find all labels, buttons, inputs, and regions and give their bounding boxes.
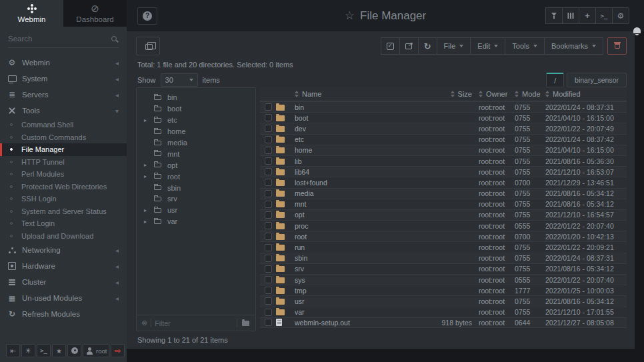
row-checkbox[interactable]	[265, 157, 272, 165]
sidebar-footer-button[interactable]	[37, 344, 51, 357]
row-checkbox[interactable]	[265, 255, 272, 262]
toolbar-menu-button[interactable]: Bookmarks	[544, 37, 603, 55]
sidebar-item[interactable]: Custom Commands	[0, 131, 127, 144]
tree-item[interactable]: sbin	[137, 182, 255, 193]
table-row[interactable]: dev root:root 0755 2022/01/22 - 20:07:49	[260, 123, 627, 133]
sidebar-footer-button[interactable]	[52, 344, 66, 357]
expander-icon[interactable]	[144, 117, 151, 123]
toolbar-menu-button[interactable]: Edit	[470, 37, 505, 55]
tree-item[interactable]: boot	[137, 103, 255, 115]
column-header[interactable]: Mode	[515, 90, 545, 98]
sidebar-item[interactable]: Cluster	[0, 274, 127, 290]
sidebar-item[interactable]: Refresh Modules	[0, 306, 127, 322]
sidebar-footer-button[interactable]: root	[83, 344, 109, 357]
row-checkbox[interactable]	[265, 222, 272, 229]
tree-item[interactable]: bin	[137, 92, 255, 103]
search-input[interactable]	[8, 35, 111, 43]
tree-item[interactable]: media	[137, 137, 255, 149]
sidebar-item[interactable]: Upload and Download	[0, 230, 127, 243]
header-action-button[interactable]	[579, 7, 596, 24]
expander-icon[interactable]	[144, 219, 151, 225]
row-checkbox[interactable]	[265, 114, 272, 121]
sidebar-tab[interactable]: Dashboard	[63, 0, 127, 27]
header-action-button[interactable]	[545, 7, 563, 24]
tree-item[interactable]: srv	[137, 193, 255, 205]
table-row[interactable]: bin root:root 0755 2022/01/24 - 08:37:31	[260, 101, 627, 112]
sidebar-item[interactable]: Un-used Modules	[0, 290, 127, 306]
table-row[interactable]: root root:root 0700 2022/01/20 - 10:42:1…	[260, 231, 627, 241]
sidebar-item[interactable]: File Manager	[0, 143, 127, 156]
sidebar-item[interactable]: Networking	[0, 242, 127, 258]
header-action-button[interactable]	[612, 7, 629, 24]
sidebar-item[interactable]: Servers	[0, 87, 127, 103]
table-row[interactable]: home root:root 0755 2021/04/10 - 16:15:0…	[260, 145, 627, 155]
row-checkbox[interactable]	[265, 233, 272, 240]
expander-icon[interactable]	[144, 207, 151, 213]
column-header[interactable]: Size	[413, 90, 472, 98]
column-header[interactable]: Owner	[472, 90, 515, 98]
table-row[interactable]: opt root:root 0755 2021/12/10 - 16:54:57	[260, 209, 627, 220]
tree-item[interactable]: etc	[137, 115, 255, 126]
row-checkbox[interactable]	[265, 103, 272, 111]
row-checkbox[interactable]	[265, 211, 272, 219]
header-action-button[interactable]	[562, 7, 579, 24]
table-row[interactable]: etc root:root 0755 2022/01/24 - 08:37:42	[260, 134, 627, 145]
row-checkbox[interactable]	[265, 297, 272, 305]
table-row[interactable]: srv root:root 0755 2021/08/16 - 05:34:12	[260, 263, 627, 274]
toolbar-menu-button[interactable]: Tools	[505, 37, 545, 55]
row-checkbox[interactable]	[265, 287, 272, 294]
row-checkbox[interactable]	[265, 136, 272, 143]
sidebar-tab[interactable]: Webmin	[0, 0, 63, 27]
tree-item[interactable]: usr	[137, 205, 255, 216]
help-button[interactable]	[137, 7, 157, 25]
row-checkbox[interactable]	[265, 276, 272, 283]
tree-item[interactable]: home	[137, 126, 255, 137]
sidebar-item[interactable]: Text Login	[0, 217, 127, 230]
expander-icon[interactable]	[144, 162, 151, 168]
expander-icon[interactable]	[144, 173, 151, 179]
tree-item[interactable]: root	[137, 171, 255, 182]
sidebar-footer-button[interactable]	[21, 344, 35, 357]
sidebar-item[interactable]: System	[0, 71, 127, 87]
show-items-select[interactable]: 30	[161, 73, 198, 87]
tree-item[interactable]: mnt	[137, 148, 255, 159]
table-row[interactable]: boot root:root 0755 2021/04/10 - 16:15:0…	[260, 112, 627, 123]
toolbar-icon-button[interactable]	[399, 37, 419, 55]
table-row[interactable]: lost+found root:root 0700 2021/12/29 - 1…	[260, 177, 627, 187]
toolbar-icon-button[interactable]	[418, 37, 437, 55]
sidebar-item[interactable]: Perl Modules	[0, 168, 127, 181]
path-tab[interactable]: binary_sensor	[567, 73, 627, 87]
sidebar-item[interactable]: Hardware	[0, 258, 127, 274]
delete-button[interactable]	[607, 37, 627, 55]
row-checkbox[interactable]	[265, 265, 272, 273]
sidebar-item[interactable]: Protected Web Directories	[0, 181, 127, 193]
table-row[interactable]: sys root:root 0555 2022/01/22 - 20:07:40	[260, 274, 627, 285]
table-row[interactable]: usr root:root 0755 2021/08/16 - 05:34:12	[260, 295, 627, 306]
column-header[interactable]: Name	[295, 90, 413, 98]
row-checkbox[interactable]	[265, 190, 272, 197]
row-checkbox[interactable]	[265, 125, 272, 132]
row-checkbox[interactable]	[265, 244, 272, 251]
sidebar-item[interactable]: Webmin	[0, 55, 127, 71]
path-tab[interactable]: /	[546, 73, 564, 87]
row-checkbox[interactable]	[265, 147, 272, 154]
sidebar-item[interactable]: HTTP Tunnel	[0, 156, 127, 169]
folder-select-button[interactable]	[241, 319, 251, 327]
sidebar-item[interactable]: Command Shell	[0, 119, 127, 131]
filter-input[interactable]	[155, 319, 233, 327]
header-action-button[interactable]	[595, 7, 613, 24]
row-checkbox[interactable]	[265, 168, 272, 175]
row-checkbox[interactable]	[265, 201, 272, 208]
sidebar-item[interactable]: Tools	[0, 103, 127, 119]
table-row[interactable]: var root:root 0755 2021/12/10 - 17:01:55	[260, 307, 627, 317]
table-row[interactable]: lib64 root:root 0755 2021/12/10 - 16:53:…	[260, 166, 627, 177]
table-row[interactable]: lib root:root 0755 2021/08/16 - 05:36:30	[260, 155, 627, 166]
table-row[interactable]: webmin-setup.out 918 bytes root:root 064…	[260, 317, 627, 328]
toolbar-menu-button[interactable]: File	[437, 37, 471, 55]
tree-item[interactable]: var	[137, 216, 255, 227]
sidebar-footer-button[interactable]	[67, 344, 81, 357]
clear-filter-icon[interactable]	[141, 319, 147, 327]
column-header[interactable]: Modified	[545, 90, 627, 98]
toolbar-icon-button[interactable]	[381, 37, 400, 55]
table-row[interactable]: proc root:root 0555 2022/01/22 - 20:07:4…	[260, 220, 627, 231]
